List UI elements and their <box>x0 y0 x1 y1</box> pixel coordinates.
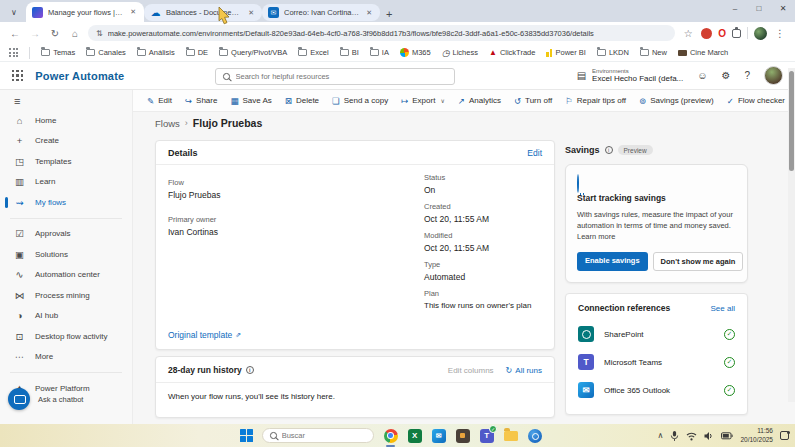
browser-tab-balances[interactable]: ☁ Balances - Documentos - Gen ✕ <box>144 4 262 21</box>
app-brand[interactable]: Power Automate <box>35 70 124 82</box>
flow-checker-button[interactable]: ✓Flow checker <box>727 96 785 106</box>
all-runs-link[interactable]: ↻ All runs <box>506 366 542 375</box>
details-edit-link[interactable]: Edit <box>527 148 542 158</box>
speaker-icon[interactable] <box>704 431 714 441</box>
gear-icon[interactable]: ⚙ <box>721 70 730 81</box>
back-button[interactable]: ← <box>8 28 22 39</box>
original-template-link[interactable]: Original template ⇗ <box>168 330 241 340</box>
maximize-button[interactable]: □ <box>747 0 771 16</box>
minimize-button[interactable]: – <box>723 0 747 16</box>
refresh-button[interactable]: ↻ <box>48 28 62 39</box>
bookmark-folder-new[interactable]: New <box>640 48 667 57</box>
bookmark-cinemarch[interactable]: Cine March <box>678 48 728 57</box>
sidebar-item-automation-center[interactable]: ∿Automation center <box>0 265 132 286</box>
bookmark-folder-temas[interactable]: Temas <box>41 48 75 57</box>
teams-taskbar-icon[interactable]: T✓ <box>479 428 494 443</box>
blue-app-taskbar-icon[interactable] <box>527 428 542 443</box>
sidebar-item-templates[interactable]: ◳Templates <box>0 151 132 172</box>
taskbar-search-input[interactable] <box>282 431 352 440</box>
savings-button[interactable]: ⊚Savings (preview) <box>639 96 714 106</box>
search-input[interactable] <box>236 72 448 81</box>
home-button[interactable]: ⌂ <box>68 28 82 39</box>
sidebar-item-approvals[interactable]: ☑Approvals <box>0 224 132 245</box>
bookmark-folder-ia[interactable]: IA <box>370 48 389 57</box>
excel-taskbar-icon[interactable]: X <box>407 428 422 443</box>
breadcrumb-flows-link[interactable]: Flows <box>155 118 180 129</box>
info-icon[interactable]: i <box>605 146 613 154</box>
repair-tips-button[interactable]: ⚐Repair tips off <box>565 96 626 106</box>
scrollbar-thumb[interactable] <box>789 71 794 171</box>
sidebar-item-my-flows[interactable]: ⇝My flows <box>0 192 132 213</box>
outlook-taskbar-icon[interactable]: ✉ <box>431 428 446 443</box>
edit-button[interactable]: ✎Edit <box>147 96 172 106</box>
bookmark-folder-canales[interactable]: Canales <box>86 48 126 57</box>
bookmark-folder-query[interactable]: Query/Pivot/VBA <box>219 48 287 57</box>
browser-profile-avatar[interactable] <box>754 27 767 40</box>
feedback-icon[interactable]: ☺ <box>697 70 707 81</box>
close-icon[interactable]: ✕ <box>246 8 256 18</box>
address-bar[interactable]: ⇅ make.powerautomate.com/environments/De… <box>88 25 675 41</box>
close-window-button[interactable]: ✕ <box>771 0 795 16</box>
enable-savings-button[interactable]: Enable savings <box>577 252 648 271</box>
dont-show-again-button[interactable]: Don't show me again <box>653 252 744 271</box>
browser-tab-outlook[interactable]: ✉ Correo: Ivan Cortinas - Outlook ✕ <box>262 4 380 21</box>
extensions-icon[interactable] <box>732 29 741 38</box>
account-avatar[interactable] <box>764 66 783 85</box>
export-button[interactable]: ↦Export∨ <box>401 96 445 106</box>
forward-button[interactable]: → <box>28 28 42 39</box>
wifi-icon[interactable] <box>686 431 697 441</box>
connection-row-outlook[interactable]: ✉ Office 365 Outlook ✓ <box>566 376 747 404</box>
sidebar-item-solutions[interactable]: ▣Solutions <box>0 244 132 265</box>
battery-icon[interactable] <box>721 432 733 440</box>
bookmark-powerbi[interactable]: Power BI <box>546 48 585 57</box>
bookmark-folder-analisis[interactable]: Análisis <box>137 48 175 57</box>
taskbar-search[interactable] <box>262 428 374 443</box>
sidebar-item-home[interactable]: ⌂Home <box>0 110 132 131</box>
app-search-box[interactable] <box>215 68 455 85</box>
office-waffle-icon[interactable] <box>12 70 23 81</box>
bookmark-m365[interactable]: M365 <box>400 48 431 57</box>
sidebar-item-desktop-flow-activity[interactable]: ⊡Desktop flow activity <box>0 326 132 347</box>
environment-picker[interactable]: ▤ Environments Excel Hecho Facil (defa..… <box>577 68 684 83</box>
explorer-taskbar-icon[interactable] <box>503 428 518 443</box>
new-tab-button[interactable]: + <box>386 8 392 20</box>
connection-row-sharepoint[interactable]: SharePoint ✓ <box>566 320 747 348</box>
red-o-extension-icon[interactable]: O <box>718 28 726 39</box>
notification-center-icon[interactable] <box>780 431 789 440</box>
info-icon[interactable]: i <box>246 366 254 374</box>
chevron-up-icon[interactable]: ∧ <box>658 431 664 440</box>
hamburger-icon[interactable]: ≡ <box>0 90 132 110</box>
bookmark-star-icon[interactable]: ☆ <box>681 28 695 39</box>
analytics-button[interactable]: ↗Analytics <box>458 96 501 106</box>
share-button[interactable]: ↪Share <box>185 96 217 106</box>
browser-menu-icon[interactable]: ⋮ <box>773 28 787 39</box>
help-icon[interactable]: ? <box>744 70 750 81</box>
turn-off-button[interactable]: ↺Turn off <box>514 96 552 106</box>
delete-button[interactable]: ⊠Delete <box>285 96 319 106</box>
sidebar-item-create[interactable]: +Create <box>0 131 132 152</box>
connection-row-teams[interactable]: T Microsoft Teams ✓ <box>566 348 747 376</box>
bookmark-folder-de[interactable]: DE <box>186 48 208 57</box>
see-all-link[interactable]: See all <box>711 304 735 313</box>
bookmark-clicktrade[interactable]: ▲ClickTrade <box>489 48 536 57</box>
ask-chatbot-button[interactable]: Ask a chatbot <box>8 388 83 410</box>
bookmark-lichess[interactable]: ◷Lichess <box>442 48 478 58</box>
apps-grid-icon[interactable] <box>9 48 18 57</box>
learn-more-link[interactable]: Learn more <box>577 232 615 241</box>
close-icon[interactable]: ✕ <box>128 7 138 17</box>
sidebar-item-more[interactable]: ⋯More <box>0 347 132 368</box>
edit-columns-button[interactable]: Edit columns <box>448 366 494 375</box>
bookmark-folder-lkdn[interactable]: LKDN <box>597 48 629 57</box>
taskbar-clock[interactable]: 11:56 20/10/2025 <box>740 427 773 443</box>
chrome-taskbar-icon[interactable] <box>383 428 398 443</box>
bookmark-folder-bi[interactable]: BI <box>340 48 359 57</box>
windows-start-icon[interactable] <box>240 429 253 442</box>
adblock-extension-icon[interactable] <box>701 28 712 39</box>
tab-search-button[interactable]: ∨ <box>4 3 24 21</box>
site-info-icon[interactable]: ⇅ <box>96 29 103 38</box>
sidebar-item-ai-hub[interactable]: ◑AI hub <box>0 306 132 327</box>
browser-tab-power-automate[interactable]: Manage your flows | Power Au ✕ <box>26 2 144 22</box>
save-as-button[interactable]: ▦Save As <box>230 96 271 106</box>
sidebar-item-process-mining[interactable]: ⋈Process mining <box>0 285 132 306</box>
send-copy-button[interactable]: ❏Send a copy <box>332 96 388 106</box>
